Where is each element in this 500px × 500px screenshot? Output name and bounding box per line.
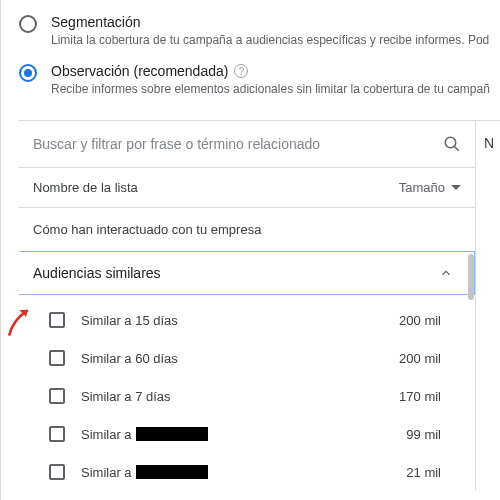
radio-icon <box>19 64 37 82</box>
list-item[interactable]: Similar a99 mil <box>19 415 475 453</box>
checkbox[interactable] <box>49 312 65 328</box>
option-title: Observación (recomendada) ? <box>51 63 490 79</box>
item-size: 99 mil <box>391 427 461 442</box>
item-name: Similar a <box>81 465 391 480</box>
caret-down-icon <box>451 185 461 190</box>
table-header: Nombre de la lista Tamaño <box>19 167 475 207</box>
accordion-title: Audiencias similares <box>33 265 432 281</box>
checkbox[interactable] <box>49 464 65 480</box>
search-input[interactable] <box>33 136 443 152</box>
option-observation[interactable]: Observación (recomendada) ? Recibe infor… <box>1 57 500 106</box>
svg-line-1 <box>454 146 459 151</box>
option-text: Segmentación Limita la cobertura de tu c… <box>51 14 490 47</box>
option-title: Segmentación <box>51 14 490 30</box>
list-item[interactable]: Similar a21 mil <box>19 453 475 491</box>
option-text: Observación (recomendada) ? Recibe infor… <box>51 63 490 96</box>
list-item[interactable]: Similar a 60 días200 mil <box>19 339 475 377</box>
item-name: Similar a 7 días <box>81 389 391 404</box>
radio-icon <box>19 15 37 33</box>
option-subtitle: Limita la cobertura de tu campaña a audi… <box>51 33 490 47</box>
option-segmentation[interactable]: Segmentación Limita la cobertura de tu c… <box>1 8 500 57</box>
option-title-text: Observación (recomendada) <box>51 63 228 79</box>
column-size-label: Tamaño <box>399 180 445 195</box>
item-size: 170 mil <box>391 389 461 404</box>
item-name: Similar a 15 días <box>81 313 391 328</box>
redacted-text <box>136 427 208 441</box>
checkbox[interactable] <box>49 388 65 404</box>
svg-point-0 <box>445 137 456 148</box>
list-item[interactable]: Similar a 15 días200 mil <box>19 301 475 339</box>
search-icon[interactable] <box>443 135 461 153</box>
item-size: 200 mil <box>391 351 461 366</box>
scrollbar-thumb[interactable] <box>468 254 474 300</box>
side-column-letter: N <box>476 121 500 491</box>
option-subtitle: Recibe informes sobre elementos adiciona… <box>51 82 490 96</box>
chevron-up-icon <box>432 266 468 280</box>
accordion-similar-audiences[interactable]: Audiencias similares <box>19 251 475 295</box>
section-label: Cómo han interactuado con tu empresa <box>19 207 475 251</box>
item-name: Similar a 60 días <box>81 351 391 366</box>
list-item[interactable]: Similar a 7 días170 mil <box>19 377 475 415</box>
checkbox[interactable] <box>49 426 65 442</box>
checkbox[interactable] <box>49 350 65 366</box>
item-size: 21 mil <box>391 465 461 480</box>
redacted-text <box>136 465 208 479</box>
item-size: 200 mil <box>391 313 461 328</box>
audience-list: Similar a 15 días200 milSimilar a 60 día… <box>19 295 475 491</box>
help-icon[interactable]: ? <box>234 64 248 78</box>
search-bar <box>19 121 475 167</box>
column-name[interactable]: Nombre de la lista <box>33 180 399 195</box>
item-name: Similar a <box>81 427 391 442</box>
column-size[interactable]: Tamaño <box>399 180 461 195</box>
